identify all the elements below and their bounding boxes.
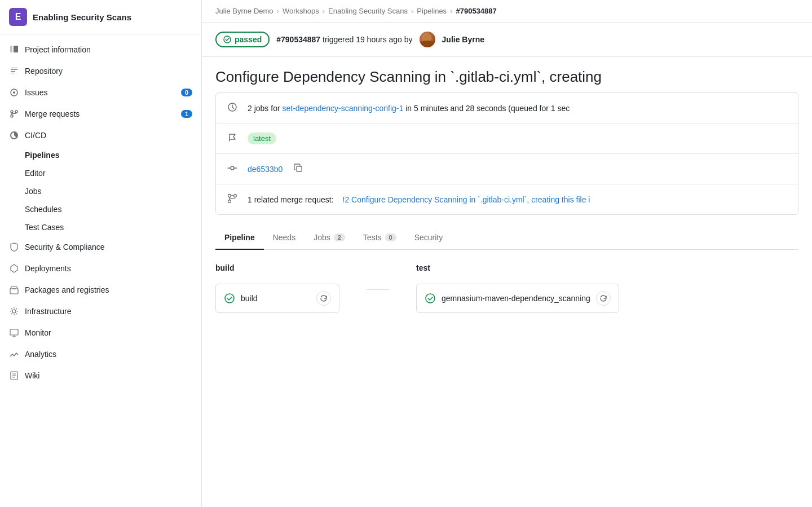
tab-pipeline[interactable]: Pipeline (215, 226, 264, 250)
info-icon (9, 45, 19, 55)
svg-point-5 (15, 111, 17, 113)
sidebar-item-label: Infrastructure (25, 307, 71, 316)
wiki-icon (9, 371, 19, 381)
tabs-container: Pipeline Needs Jobs 2 Tests 0 Security (215, 226, 798, 250)
status-label: passed (235, 35, 262, 44)
breadcrumb: Julie Byrne Demo › Workshops › Enabling … (202, 0, 812, 23)
sidebar-item-merge-requests[interactable]: Merge requests 1 (0, 103, 201, 125)
sidebar-item-label: Project information (25, 45, 91, 54)
sidebar-item-label: Merge requests (25, 109, 80, 118)
sidebar-item-infrastructure[interactable]: Infrastructure (0, 301, 201, 322)
tests-tab-count: 0 (385, 233, 396, 241)
stage-build: build build (215, 263, 339, 313)
sidebar-item-analytics[interactable]: Analytics (0, 343, 201, 365)
sidebar-item-label: Wiki (25, 371, 39, 380)
avatar (420, 32, 435, 47)
analytics-icon (9, 349, 19, 359)
sidebar-item-label: Deployments (25, 264, 71, 273)
svg-rect-9 (10, 329, 18, 335)
job-name-test: gemnasium-maven-dependency_scanning (442, 294, 590, 303)
copy-icon[interactable] (294, 164, 303, 174)
sidebar-subitem-test-cases[interactable]: Test Cases (0, 218, 201, 236)
sidebar-item-monitor[interactable]: Monitor (0, 322, 201, 343)
merge-icon (227, 193, 239, 205)
job-success-icon-2 (425, 293, 436, 304)
jobs-count-text: 2 jobs for set-dependency-scanning-confi… (248, 104, 570, 113)
stage-build-label: build (215, 263, 339, 272)
job-name-build: build (241, 294, 258, 303)
user-name: Julie Byrne (442, 35, 484, 44)
sidebar-header: E Enabling Security Scans (0, 0, 201, 34)
sidebar-item-deployments[interactable]: Deployments (0, 258, 201, 279)
pipeline-graph: build build te (202, 250, 812, 327)
meta-row-jobs: 2 jobs for set-dependency-scanning-confi… (216, 93, 798, 124)
mr-link[interactable]: !2 Configure Dependency Scanning in `.gi… (343, 195, 590, 204)
job-retry-button-build[interactable] (316, 291, 331, 306)
sidebar-item-issues[interactable]: Issues 0 (0, 82, 201, 103)
sidebar-subitem-pipelines[interactable]: Pipelines (0, 146, 201, 164)
tab-tests[interactable]: Tests 0 (354, 226, 405, 250)
sidebar-item-project-information[interactable]: Project information (0, 39, 201, 60)
svg-rect-0 (10, 46, 12, 52)
package-icon (9, 285, 19, 295)
sidebar-item-packages-registries[interactable]: Packages and registries (0, 279, 201, 301)
job-retry-button-test[interactable] (596, 291, 611, 306)
stage-test: test gemnasium-maven-dependency_scanning (416, 263, 619, 313)
svg-point-18 (225, 294, 234, 303)
sidebar-item-label: Analytics (25, 350, 56, 359)
sidebar-subitem-jobs[interactable]: Jobs (0, 182, 201, 200)
breadcrumb-item-4[interactable]: Pipelines (417, 7, 447, 15)
monitor-icon (9, 328, 19, 338)
sidebar-subitem-schedules[interactable]: Schedules (0, 200, 201, 218)
breadcrumb-item-3[interactable]: Enabling Security Scans (328, 7, 408, 15)
mr-text: 1 related merge request: (248, 195, 334, 204)
sidebar-nav: Project information Repository Issues 0 … (0, 34, 201, 391)
pipeline-header: passed #790534887 triggered 19 hours ago… (202, 23, 812, 57)
meta-row-commit: de6533b0 (216, 154, 798, 184)
sidebar-subitem-label: Jobs (25, 187, 42, 196)
clock-icon (227, 102, 239, 114)
infra-icon (9, 306, 19, 316)
pipeline-info: #790534887 triggered 19 hours ago by (276, 35, 412, 44)
svg-point-13 (231, 166, 234, 170)
breadcrumb-item-2[interactable]: Workshops (283, 7, 319, 15)
commit-hash-link[interactable]: de6533b0 (248, 165, 283, 174)
connector-line (367, 289, 389, 290)
svg-point-3 (13, 91, 15, 94)
meta-row-mr: 1 related merge request: !2 Configure De… (216, 184, 798, 214)
branch-link[interactable]: set-dependency-scanning-config-1 (282, 104, 403, 113)
sidebar-subitem-editor[interactable]: Editor (0, 164, 201, 182)
sidebar-item-security-compliance[interactable]: Security & Compliance (0, 236, 201, 258)
issues-icon (9, 87, 19, 98)
project-avatar: E (9, 8, 27, 26)
job-card-build: build (215, 284, 339, 313)
svg-point-8 (12, 310, 16, 313)
sidebar-item-wiki[interactable]: Wiki (0, 365, 201, 386)
sidebar-item-label: Security & Compliance (25, 243, 105, 252)
sidebar-item-label: Monitor (25, 328, 51, 337)
svg-point-16 (234, 195, 237, 197)
merge-icon (9, 109, 19, 119)
sidebar-item-cicd[interactable]: CI/CD (0, 125, 201, 146)
pipeline-number: #790534887 (276, 35, 320, 44)
main-content: Julie Byrne Demo › Workshops › Enabling … (202, 0, 812, 507)
sidebar-item-repository[interactable]: Repository (0, 60, 201, 82)
issues-badge: 0 (181, 89, 192, 96)
breadcrumb-item-1[interactable]: Julie Byrne Demo (215, 7, 273, 15)
shield-icon (9, 242, 19, 252)
svg-rect-7 (10, 289, 18, 294)
pipeline-trigger-text: triggered 19 hours ago by (323, 35, 413, 44)
commit-icon (227, 163, 239, 175)
tab-security[interactable]: Security (405, 226, 452, 250)
meta-row-tag: latest (216, 124, 798, 154)
job-success-icon (224, 293, 235, 304)
tab-needs[interactable]: Needs (264, 226, 304, 250)
sidebar: E Enabling Security Scans Project inform… (0, 0, 202, 507)
check-icon (223, 36, 231, 43)
flag-icon (227, 133, 239, 144)
sidebar-item-label: Packages and registries (25, 285, 109, 294)
tab-jobs[interactable]: Jobs 2 (304, 226, 354, 250)
sidebar-item-label: CI/CD (25, 131, 46, 140)
pipeline-meta: 2 jobs for set-dependency-scanning-confi… (215, 92, 798, 215)
cicd-icon (9, 130, 19, 140)
